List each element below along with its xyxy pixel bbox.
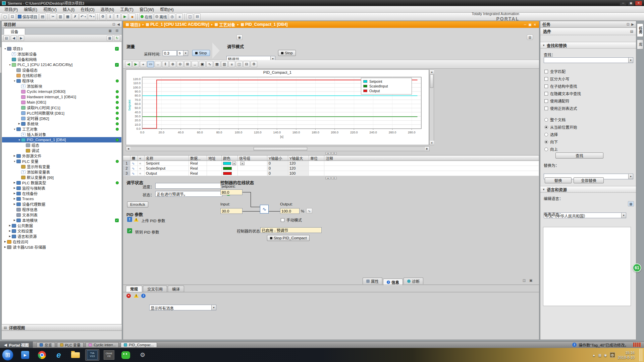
settings-icon[interactable]: ⚙ [251,61,257,67]
splitter-table-status[interactable]: ▲ ▼ [123,177,539,180]
menu-item[interactable]: 帮助(H) [157,6,177,13]
tree-item[interactable]: ▼工艺对象 [2,126,121,132]
tab-属性[interactable]: 属性 [363,278,382,284]
expander-icon[interactable]: ▼ [13,128,16,130]
tuning-stop-button[interactable]: Stop [278,50,296,56]
find-replace-section-header[interactable]: ▼ 查找和替换 [540,42,636,49]
collapse-left-icon[interactable]: ◀ [117,22,120,26]
tree-item[interactable]: 显示所有变量 [2,164,121,169]
zoom-out-icon[interactable]: ⊖ [177,61,183,67]
tab-信息[interactable]: i信息 [383,279,403,285]
pin-icon[interactable]: ⊡ [112,22,115,26]
manual-mode-checkbox[interactable]: 手动模式 [281,217,302,223]
tree-item[interactable]: PLC时间数据块 [DB1] [2,110,121,116]
zoom-select-icon[interactable]: ▭ [147,61,154,67]
split-vertical-icon[interactable]: ⊟ [194,13,201,20]
delete-icon[interactable]: ✗ [72,13,78,20]
expander-icon[interactable]: ▶ [13,203,16,205]
tree-item[interactable]: ▶语言和资源 [2,234,121,239]
tree-item[interactable]: ▶外部源文件 [2,153,121,159]
column-header[interactable]: 颜色 [222,156,238,161]
errors-filter-icon[interactable]: ✕ [126,294,131,298]
signal-group-cell[interactable] [238,171,267,176]
find-radio[interactable]: 选择 [544,132,558,137]
back-icon[interactable]: ◀ [125,61,132,67]
minimize-button[interactable]: ─ [620,1,627,5]
tree-item[interactable]: 定时器 [DB2] [2,116,121,121]
start-button[interactable]: ⊞ [2,349,13,361]
column-header[interactable]: 数据... [189,156,207,161]
error-ack-button[interactable]: ErrorAck [127,201,148,207]
chart-vertical-scrollbar[interactable]: ▲ ▼ [429,69,434,145]
menu-item[interactable]: 项目(P) [1,6,21,13]
legend-icon[interactable]: ≡ [228,61,235,67]
tree-item[interactable]: ▶公共数据 [2,223,121,228]
menu-item[interactable]: 编辑(E) [21,6,40,13]
console-tab[interactable]: 交叉引用 [143,286,167,292]
signal-color-cell[interactable] [222,171,238,176]
goto-pid-icon[interactable]: ↗ [127,228,132,233]
find-radio[interactable]: 整个文档 [544,117,566,122]
columns-icon[interactable]: ▦ [107,36,113,41]
language-indicator[interactable]: 中 [610,352,615,358]
expander-icon[interactable]: ▼ [17,139,21,141]
stop-pid-button[interactable]: Stop PID_Compact [267,235,310,241]
zoom-vertical-icon[interactable]: ⇕ [162,61,169,67]
collapse-right-icon[interactable]: ▶ [631,22,634,26]
expander-icon[interactable]: ▶ [3,246,7,248]
find-input[interactable]: ▼ [544,57,633,63]
expander-icon[interactable]: ▶ [3,240,7,243]
fit-view-icon[interactable]: ⊞ [184,61,191,67]
snapshot-icon[interactable]: ◉ [236,35,243,40]
options-menu-icon[interactable]: ▤ [630,29,633,33]
column-header[interactable]: 地址 [207,156,222,161]
find-option[interactable]: 使用正则表达式 [544,106,577,111]
editor-minimize-icon[interactable]: ─ [524,23,526,26]
refresh-icon[interactable]: ↻ [114,36,120,41]
find-option[interactable]: 使用通配符 [544,98,570,104]
splitter-down-icon[interactable]: ▼ [331,152,337,155]
viewer-app-icon[interactable]: ONHEVIE [102,349,116,361]
menu-item[interactable]: 窗口(W) [137,6,157,13]
side-tab-库[interactable]: 库 [637,40,643,49]
expander-icon[interactable]: ▶ [13,187,16,189]
list-view-icon[interactable]: ⊞ [116,29,118,33]
tree-item[interactable]: 默认变量表 [99] [2,175,121,180]
column-header[interactable]: « [138,156,145,161]
split-icon[interactable]: ◫ [236,61,243,67]
tree-item[interactable]: ▶PLC 数据类型 [2,180,121,185]
close-button[interactable]: ✕ [635,1,642,5]
tools-app-icon[interactable]: ⚙ [136,349,150,361]
open-project-icon[interactable]: ⊡ [9,13,16,20]
tab-诊断[interactable]: 诊断 [404,278,423,284]
online-diagnostics-icon[interactable]: ◎ [169,13,175,20]
menu-item[interactable]: 选项(N) [98,6,117,13]
notification-badge[interactable]: 61 [633,263,641,272]
show-desktop-button[interactable] [639,349,643,361]
column-header[interactable]: 名称 [145,156,189,161]
tree-item[interactable]: 在线和诊断 [2,73,121,78]
progress-field[interactable] [155,183,222,189]
cut-icon[interactable]: ✂ [50,13,56,20]
tree-item[interactable]: 文本列表 [2,212,121,218]
tree-item[interactable]: 设备组态 [2,67,121,73]
forward-icon[interactable]: ▶ [18,36,24,41]
splitter-chart-table[interactable]: ▲ ▼ [123,152,539,155]
tree-item[interactable]: +添加新设备 [2,51,121,57]
signal-row[interactable]: 2∿«ScaledInputReal0120 [123,166,539,171]
file-explorer-icon[interactable] [68,349,83,361]
maximize-button[interactable]: ▣ [628,1,634,5]
column-header[interactable] [123,156,130,161]
print-icon[interactable]: ▤ [39,13,46,20]
undo-icon[interactable]: ↶▾ [79,13,87,20]
warnings-filter-icon[interactable]: ! [134,294,139,298]
tree-item[interactable]: 读取PLC时间 [FC1] [2,105,121,110]
expander-icon[interactable]: ▶ [13,197,16,200]
go-online-button[interactable]: 在线 [139,13,153,20]
expander-icon[interactable]: ▼ [13,160,16,163]
internet-explorer-icon[interactable]: e [52,349,66,361]
detail-view-bar[interactable]: ▤ 详细视图 [2,324,122,331]
expander-icon[interactable]: ▶ [13,181,16,184]
tree-item[interactable]: 组态 [2,142,121,148]
console-tab[interactable]: 编译 [168,286,184,292]
